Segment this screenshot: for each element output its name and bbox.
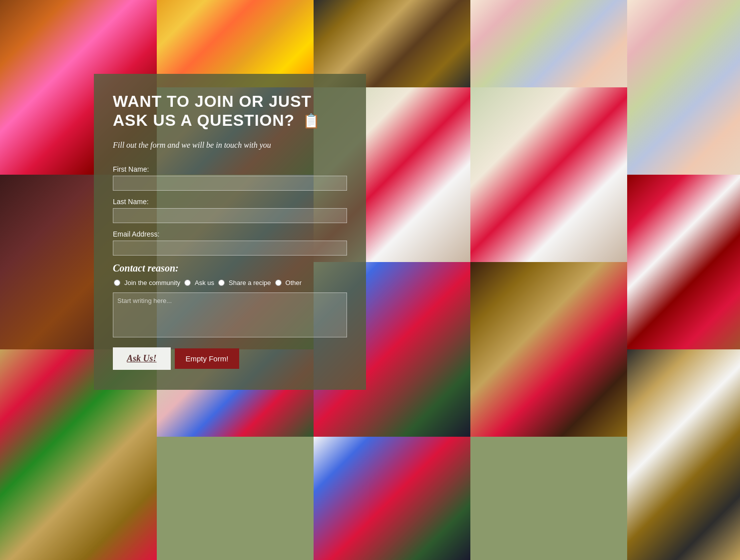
radio-other-label: Other (286, 279, 302, 286)
email-label: Email Address: (113, 230, 347, 238)
notepad-icon: 📋 (303, 113, 321, 130)
radio-other[interactable] (275, 280, 282, 286)
radio-recipe[interactable] (218, 280, 225, 286)
first-name-label: First Name: (113, 165, 347, 173)
message-textarea[interactable] (113, 292, 347, 337)
contact-form-panel: WANT TO JOIN OR JUST ASK US A QUESTION? … (94, 74, 366, 390)
bg-image-tarts2 (627, 0, 740, 175)
radio-ask[interactable] (184, 280, 191, 286)
ask-us-button[interactable]: Ask Us! (113, 347, 171, 370)
form-heading-text: WANT TO JOIN OR JUST ASK US A QUESTION? (113, 92, 312, 129)
radio-group: Join the community Ask us Share a recipe… (113, 279, 347, 286)
radio-ask-label: Ask us (195, 279, 214, 286)
last-name-input[interactable] (113, 208, 347, 223)
radio-join-label: Join the community (124, 279, 180, 286)
bg-image-drinks (627, 349, 740, 560)
form-heading: WANT TO JOIN OR JUST ASK US A QUESTION? … (113, 92, 347, 130)
empty-form-button[interactable]: Empty Form! (175, 348, 240, 369)
bg-image-sauces (627, 175, 740, 349)
bg-image-tarts (470, 0, 627, 87)
email-input[interactable] (113, 241, 347, 256)
form-subtitle: Fill out the form and we will be in touc… (113, 139, 347, 151)
bg-image-kebab (470, 262, 627, 437)
radio-recipe-label: Share a recipe (229, 279, 271, 286)
button-row: Ask Us! Empty Form! (113, 347, 347, 370)
bg-image-raspberry (470, 87, 627, 262)
bg-image-extra3 (157, 437, 314, 560)
bg-olive (470, 437, 627, 560)
radio-join[interactable] (114, 280, 120, 286)
first-name-input[interactable] (113, 176, 347, 191)
contact-reason-label: Contact reason: (113, 263, 347, 274)
last-name-label: Last Name: (113, 198, 347, 206)
bg-image-extra2 (314, 437, 470, 560)
